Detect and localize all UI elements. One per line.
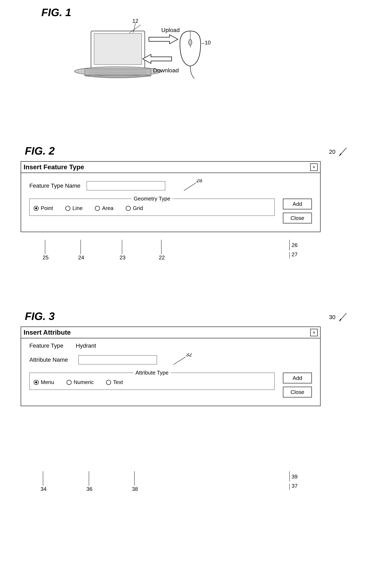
fig3-attr-type-group: Attribute Type Menu Numeric <box>29 373 275 390</box>
fig3-ref-arrow <box>337 312 347 323</box>
fig3-dialog-title: Insert Attribute <box>24 329 71 336</box>
svg-text:25: 25 <box>43 254 49 261</box>
fig2-dialog: Insert Feature Type × Feature Type Name … <box>21 161 321 232</box>
fig3-feature-type-label: Feature Type <box>29 343 63 349</box>
fig2-feature-type-label: Feature Type Name <box>29 182 80 189</box>
svg-text:12: 12 <box>132 18 138 24</box>
svg-text:36: 36 <box>86 486 93 492</box>
fig3-ref32-svg: 32 <box>169 353 202 366</box>
fig3-titlebar: Insert Attribute × <box>21 327 320 338</box>
svg-point-9 <box>189 39 192 45</box>
fig2-close-dialog-btn[interactable]: Close <box>283 213 312 223</box>
fig2-radio-grid-label: Grid <box>133 205 143 211</box>
fig3-radio-text-label: Text <box>113 379 123 385</box>
fig3-radio-menu-outer <box>34 380 39 385</box>
fig3-radio-numeric-label: Numeric <box>74 379 94 385</box>
fig3-radio-menu-inner <box>35 381 37 383</box>
fig2-refs-container: 25 24 23 22 26 27 <box>21 240 321 265</box>
fig1-section: FIG. 1 <box>41 6 227 105</box>
fig1-svg: Upload Download 12 10 <box>72 14 217 97</box>
svg-text:26: 26 <box>292 242 298 248</box>
fig3-dialog: Insert Attribute × Feature Type Hydrant … <box>21 326 321 406</box>
svg-text:10: 10 <box>205 39 211 46</box>
fig3-dialog-lower: Attribute Type Menu Numeric <box>29 373 312 397</box>
svg-text:34: 34 <box>40 486 47 492</box>
fig3-radio-text[interactable]: Text <box>106 379 123 385</box>
fig2-ref-arrow <box>337 147 347 157</box>
fig2-dialog-body: Feature Type Name 28 Geometry Type <box>21 173 320 232</box>
svg-text:24: 24 <box>78 254 84 261</box>
fig2-radio-point-label: Point <box>41 205 53 211</box>
fig3-ref30: 30 <box>329 314 335 321</box>
fig2-radio-point-inner <box>35 207 37 209</box>
fig2-radio-line[interactable]: Line <box>65 205 83 211</box>
fig3-radio-menu-label: Menu <box>41 379 54 385</box>
fig3-radio-numeric[interactable]: Numeric <box>66 379 94 385</box>
fig3-label: FIG. 3 <box>25 310 55 323</box>
fig2-radio-line-outer <box>65 206 70 211</box>
fig3-ref32-group: 32 <box>169 353 202 366</box>
svg-line-33 <box>173 357 186 365</box>
svg-rect-1 <box>94 33 142 64</box>
svg-text:23: 23 <box>120 254 126 261</box>
fig2-dialog-lower: Geometry Type Point Line <box>29 199 312 223</box>
fig3-radio-numeric-outer <box>66 380 71 385</box>
fig3-close-dialog-btn[interactable]: Close <box>283 387 312 397</box>
svg-text:32: 32 <box>186 353 192 357</box>
fig2-feature-type-input[interactable] <box>87 181 165 190</box>
fig3-dialog-body: Feature Type Hydrant Attribute Name 32 <box>21 338 320 406</box>
fig2-ref20: 20 <box>329 148 335 155</box>
fig1-label: FIG. 1 <box>41 6 71 19</box>
fig3-radio-text-outer <box>106 380 111 385</box>
fig3-attr-name-input[interactable] <box>78 355 157 364</box>
fig2-btn-col: Add Close <box>283 199 312 223</box>
fig2-radio-area-label: Area <box>102 205 113 211</box>
fig2-radio-line-label: Line <box>72 205 83 211</box>
fig3-feature-type-row: Feature Type Hydrant <box>29 343 312 349</box>
fig3-close-btn[interactable]: × <box>310 329 318 336</box>
fig2-label: FIG. 2 <box>25 145 55 157</box>
fig2-geometry-legend: Geometry Type <box>131 196 172 202</box>
fig2-radio-area[interactable]: Area <box>95 205 113 211</box>
fig3-add-btn[interactable]: Add <box>283 373 312 383</box>
upload-label: Upload <box>161 27 180 33</box>
fig3-attr-name-label: Attribute Name <box>29 356 68 363</box>
svg-line-17 <box>184 183 196 191</box>
fig2-radio-point-outer <box>34 206 39 211</box>
fig3-btn-col: Add Close <box>283 373 312 397</box>
svg-text:39: 39 <box>292 473 298 480</box>
svg-text:27: 27 <box>292 251 298 258</box>
fig3-attr-name-row: Attribute Name 32 <box>29 353 312 366</box>
svg-text:28: 28 <box>196 179 202 183</box>
download-label: Download <box>153 67 179 74</box>
fig2-radio-grid-outer <box>126 206 131 211</box>
fig2-radio-row: Point Line Area <box>34 205 266 211</box>
fig2-close-btn[interactable]: × <box>310 163 318 171</box>
fig3-feature-type-value: Hydrant <box>76 343 96 349</box>
svg-text:37: 37 <box>292 483 298 489</box>
fig3-refs-svg: 34 36 38 39 37 <box>21 471 321 496</box>
fig2-ref28-svg: 28 <box>178 179 219 192</box>
fig3-refs-container: 34 36 38 39 37 <box>21 471 321 496</box>
fig2-dialog-title: Insert Feature Type <box>24 163 84 171</box>
fig1-diagram: Upload Download 12 10 <box>72 14 217 97</box>
fig2-refs-svg: 25 24 23 22 26 27 <box>21 240 321 265</box>
svg-text:22: 22 <box>159 254 165 261</box>
fig3-radio-row: Menu Numeric Text <box>34 379 266 385</box>
fig2-radio-point[interactable]: Point <box>34 205 53 211</box>
fig3-radio-menu[interactable]: Menu <box>34 379 54 385</box>
fig2-radio-grid[interactable]: Grid <box>126 205 143 211</box>
fig3-attr-type-legend: Attribute Type <box>133 370 171 376</box>
fig2-add-btn[interactable]: Add <box>283 199 312 209</box>
svg-text:38: 38 <box>132 486 138 492</box>
fig3-ref30-group: 30 <box>329 312 347 323</box>
fig2-ref20-group: 20 <box>329 147 347 157</box>
fig2-titlebar: Insert Feature Type × <box>21 162 320 173</box>
fig2-ref28-group: 28 <box>178 179 219 192</box>
fig2-geometry-group: Geometry Type Point Line <box>29 199 275 216</box>
fig2-feature-type-row: Feature Type Name 28 <box>29 179 312 192</box>
fig2-radio-area-outer <box>95 206 100 211</box>
